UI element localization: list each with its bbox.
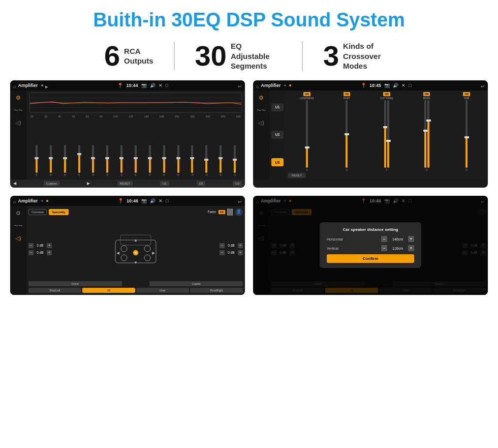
user-btn[interactable]: User	[136, 288, 189, 293]
page-title: Buith-in 30EQ DSP Sound System	[0, 0, 498, 36]
vol-plus-br[interactable]: +	[238, 250, 243, 255]
all-btn[interactable]: All	[82, 288, 135, 293]
horizontal-field: Horizontal − 140cm +	[327, 236, 414, 242]
svg-text:▲: ▲	[134, 238, 138, 243]
fader-label: Fader	[208, 210, 216, 214]
horizontal-controls: − 140cm +	[381, 236, 414, 242]
u2-btn[interactable]: U2	[197, 181, 206, 186]
stat-item-crossover: 3 Kinds ofCrossover Modes	[303, 41, 414, 71]
driver-btn[interactable]: Driver	[28, 281, 122, 286]
status-bar-3: Amplifier 📍 10:46 📷🔊✕□	[10, 196, 245, 206]
vol-plus-bl[interactable]: +	[47, 250, 52, 255]
play-btn[interactable]: ▶	[87, 181, 90, 186]
bottom-presets2: RearLeft All User RearRight	[28, 288, 243, 293]
left-sidebar-2: ⚙ 〜〜 ◁)	[253, 91, 269, 180]
cam-icon-1: 📷	[141, 83, 147, 88]
horizontal-plus[interactable]: +	[408, 236, 414, 242]
wave-icon-3[interactable]: 〜〜	[14, 223, 23, 229]
vertical-minus[interactable]: −	[381, 245, 387, 251]
vol-minus-br[interactable]: −	[220, 250, 225, 255]
rearleft-btn[interactable]: RearLeft	[28, 288, 81, 293]
horizontal-label: Horizontal	[327, 237, 343, 241]
vol-plus-tl[interactable]: +	[47, 243, 52, 248]
speaker-icon-1[interactable]: ◁)	[15, 120, 21, 126]
vertical-field: Vertical − 110cm +	[327, 245, 414, 251]
u3-btn[interactable]: U3	[233, 181, 242, 186]
car-diagram: ▲ ▼ ◀ ▶	[54, 232, 217, 265]
vertical-value: 110cm	[389, 247, 407, 250]
vol-minus-tl[interactable]: −	[28, 243, 34, 248]
dialog-overlay: Car speaker distance setting Horizontal …	[253, 196, 488, 295]
fader-main: Common Specialty Fader ON 👤	[26, 206, 245, 295]
channel-cutfreq: ON CUT FREQ F	[367, 92, 406, 171]
vertical-plus[interactable]: +	[408, 245, 414, 251]
speaker-icon-3[interactable]: ◁)	[15, 235, 21, 241]
amp-channels-area: ON LOUDNESS 0 ON PHAT	[286, 91, 488, 180]
bottom-presets: Driver Copilot	[28, 281, 243, 286]
app-title-2: Amplifier	[261, 83, 281, 88]
vol-ctrl-tl: − 0 dB +	[28, 243, 52, 248]
rearright-btn[interactable]: RearRight	[190, 288, 243, 293]
stat-label-rca: RCAOutputs	[124, 46, 153, 66]
u2-preset[interactable]: U2	[271, 131, 284, 139]
horizontal-minus[interactable]: −	[381, 236, 387, 242]
back-icon-3[interactable]	[238, 196, 242, 205]
left-sidebar-1: ⚙ 〜〜 ◁)	[10, 91, 26, 180]
home-icon-1[interactable]	[13, 81, 16, 90]
eq-icon-2[interactable]: ⚙	[259, 95, 264, 101]
left-sidebar-3: ⚙ 〜〜 ◁)	[10, 206, 26, 295]
wave-icon-1[interactable]: 〜〜	[14, 107, 23, 114]
app-title-1: Amplifier	[18, 83, 38, 88]
time-3: 10:46	[127, 198, 138, 203]
confirm-button[interactable]: Confirm	[327, 254, 414, 263]
stat-label-crossover: Kinds ofCrossover Modes	[343, 41, 394, 71]
screen1: Amplifier 📍 10:44 📷 🔊 ✕ □ ⚙ 〜〜 ◁)	[10, 80, 245, 188]
channel-bass: ON BASS G	[408, 92, 446, 171]
screen4: Amplifier 📍 10:46 📷🔊✕□ ⚙ 〜〜 ◁)	[253, 196, 488, 295]
status-dot-1	[41, 84, 43, 86]
stat-number-6: 6	[104, 42, 120, 70]
time-1: 10:44	[126, 83, 138, 88]
u1-preset[interactable]: U1	[271, 103, 284, 111]
specialty-tab[interactable]: Specialty	[49, 209, 68, 215]
u3-preset[interactable]: U3	[271, 158, 284, 166]
back-icon-2[interactable]	[481, 81, 485, 90]
svg-text:◀: ◀	[116, 251, 120, 255]
vol-ctrl-tr: − 0 dB +	[220, 243, 243, 248]
speaker-icon-2[interactable]: ◁)	[258, 120, 264, 126]
sq-icon-1[interactable]: □	[166, 83, 168, 88]
eq-icon-3[interactable]: ⚙	[16, 210, 21, 217]
vol-minus-bl[interactable]: −	[28, 250, 34, 255]
eq-icon-1[interactable]: ⚙	[16, 95, 21, 101]
wave-icon-2[interactable]: 〜〜	[257, 107, 266, 114]
u1-btn[interactable]: U1	[160, 181, 169, 186]
vol-ctrl-bl: − 0 dB +	[28, 250, 52, 255]
common-tab[interactable]: Common	[28, 209, 47, 215]
fader-on[interactable]: ON	[219, 210, 226, 214]
home-icon-2[interactable]	[256, 81, 259, 90]
prev-arrow[interactable]: ◀	[13, 181, 16, 186]
reset-btn-1[interactable]: RESET	[117, 181, 133, 186]
vertical-controls: − 110cm +	[381, 245, 414, 251]
time-2: 10:45	[369, 83, 381, 88]
svg-point-6	[144, 246, 150, 252]
channel-sub: ON SUB G	[447, 92, 486, 171]
home-icon-3[interactable]	[13, 196, 16, 205]
copilot-btn[interactable]: Copilot	[149, 281, 243, 286]
svg-point-8	[144, 255, 150, 261]
vol-ctrl-br: − 0 dB +	[220, 250, 243, 255]
vol-plus-tr[interactable]: +	[238, 243, 243, 248]
svg-text:▶: ▶	[152, 251, 155, 255]
svg-text:▼: ▼	[134, 260, 138, 265]
status-bar-1: Amplifier 📍 10:44 📷 🔊 ✕ □	[10, 80, 245, 91]
vol-minus-tr[interactable]: −	[220, 243, 225, 248]
back-icon-1[interactable]	[238, 81, 242, 90]
stat-number-3: 3	[323, 42, 339, 70]
custom-btn[interactable]: Custom	[44, 181, 59, 186]
profile-icon-3[interactable]: 👤	[235, 208, 243, 216]
play-icon-1[interactable]	[45, 81, 48, 90]
stat-item-eq: 30 EQ AdjustableSegments	[175, 41, 303, 71]
x-icon-1[interactable]: ✕	[159, 83, 163, 88]
reset-btn-2[interactable]: RESET	[288, 173, 306, 178]
speaker-distance-dialog: Car speaker distance setting Horizontal …	[320, 222, 421, 268]
